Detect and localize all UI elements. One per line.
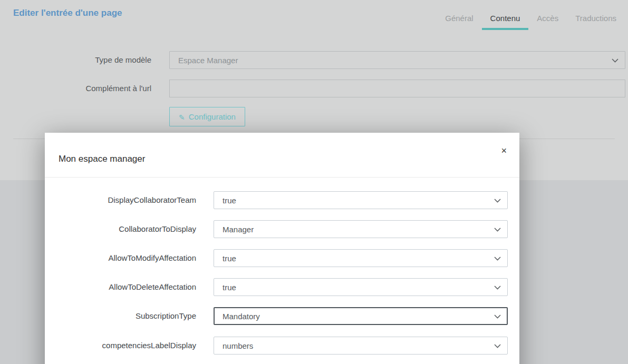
configuration-modal: Mon espace manager × DisplayCollaborator…	[45, 133, 519, 364]
url-suffix-label: Complément à l'url	[13, 80, 151, 97]
tab-traductions[interactable]: Traductions	[567, 0, 625, 30]
field-select[interactable]: Mandatory	[214, 307, 508, 325]
field-label: SubscriptionType	[45, 307, 196, 325]
field-select-control[interactable]: true	[214, 278, 508, 296]
field-select[interactable]: true	[214, 278, 508, 296]
field-select[interactable]: Manager	[214, 220, 508, 238]
model-type-select-control[interactable]: Espace Manager	[169, 51, 625, 69]
field-select-control[interactable]: Mandatory	[214, 307, 508, 325]
close-icon[interactable]: ×	[501, 146, 507, 155]
model-type-label: Type de modèle	[13, 51, 151, 69]
tab-bar: Général Contenu Accès Traductions	[437, 0, 625, 30]
model-type-select[interactable]: Espace Manager	[169, 51, 625, 69]
screen: Editer l'entrée d'une page Général Conte…	[0, 0, 628, 364]
field-row-displaycollaboratorteam: DisplayCollaboratorTeam true	[45, 191, 519, 209]
modal-header: Mon espace manager ×	[45, 133, 519, 178]
field-label: AllowToModifyAffectation	[45, 249, 196, 267]
field-select[interactable]: numbers	[214, 337, 508, 355]
tab-contenu[interactable]: Contenu	[482, 0, 529, 30]
field-label: DisplayCollaboratorTeam	[45, 191, 196, 209]
pencil-icon: ✎	[179, 114, 185, 121]
field-select-control[interactable]: Manager	[214, 220, 508, 238]
page-title: Editer l'entrée d'une page	[13, 8, 122, 18]
field-row-competencieslabeldisplay: competenciesLabelDisplay numbers	[45, 337, 519, 355]
field-label: AllowToDeleteAffectation	[45, 278, 196, 296]
tab-general[interactable]: Général	[437, 0, 481, 30]
tab-acces[interactable]: Accès	[528, 0, 567, 30]
field-row-allowtodeleteaffectation: AllowToDeleteAffectation true	[45, 278, 519, 296]
modal-title: Mon espace manager	[59, 154, 145, 164]
field-select[interactable]: true	[214, 249, 508, 267]
field-select-control[interactable]: true	[214, 249, 508, 267]
url-suffix-input[interactable]	[169, 80, 625, 97]
field-row-collaboratortodisplay: CollaboratorToDisplay Manager	[45, 220, 519, 238]
field-row-allowtomodifyaffectation: AllowToModifyAffectation true	[45, 249, 519, 267]
configuration-button[interactable]: ✎ Configuration	[169, 107, 245, 126]
field-select[interactable]: true	[214, 191, 508, 209]
field-select-control[interactable]: numbers	[214, 337, 508, 355]
field-select-control[interactable]: true	[214, 191, 508, 209]
configuration-button-label: Configuration	[189, 112, 236, 121]
field-row-subscriptiontype: SubscriptionType Mandatory	[45, 307, 519, 325]
field-label: competenciesLabelDisplay	[45, 337, 196, 355]
field-label: CollaboratorToDisplay	[45, 220, 196, 238]
